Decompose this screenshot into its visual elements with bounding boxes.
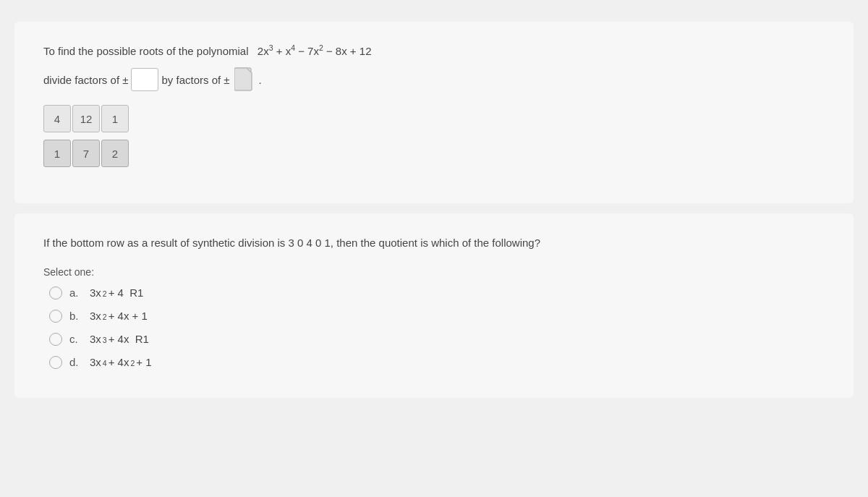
tile-7[interactable]: 7 — [72, 140, 100, 167]
radio-b[interactable] — [49, 310, 62, 323]
tile-1b[interactable]: 1 — [43, 140, 71, 167]
option-b-expr: 3x2 + 4x + 1 — [90, 310, 148, 322]
options-list: a. 3x2 + 4 R1 b. 3x2 + 4x + 1 c. 3x3 + 4… — [43, 286, 825, 369]
radio-a[interactable] — [49, 286, 62, 300]
bottom-card: If the bottom row as a result of synthet… — [14, 213, 854, 398]
option-d: d. 3x4 + 4x2 + 1 — [49, 356, 825, 369]
question-text: If the bottom row as a result of synthet… — [43, 235, 825, 252]
option-b-letter: b. — [69, 310, 82, 322]
divide-line: divide factors of ± by factors of ± . — [43, 67, 825, 92]
tile-4[interactable]: 4 — [43, 105, 71, 132]
radio-c[interactable] — [49, 333, 62, 346]
option-c: c. 3x3 + 4x R1 — [49, 333, 825, 346]
option-b: b. 3x2 + 4x + 1 — [49, 310, 825, 323]
option-c-expr: 3x3 + 4x R1 — [90, 333, 149, 345]
tile-12[interactable]: 12 — [72, 105, 100, 132]
divide-prefix: divide factors of ± — [43, 74, 128, 86]
poly-intro: To find the possible roots of the polyno… — [43, 45, 249, 57]
document-icon — [234, 67, 256, 92]
divide-by: by factors of ± — [161, 74, 229, 86]
option-a: a. 3x2 + 4 R1 — [49, 286, 825, 300]
page-wrapper: To find the possible roots of the polyno… — [0, 0, 868, 420]
polynomial-line: To find the possible roots of the polyno… — [43, 43, 825, 57]
option-d-letter: d. — [69, 356, 82, 368]
tile-2[interactable]: 2 — [101, 140, 129, 167]
top-card: To find the possible roots of the polyno… — [14, 22, 854, 203]
option-d-expr: 3x4 + 4x2 + 1 — [90, 356, 152, 368]
tile-1[interactable]: 1 — [101, 105, 129, 132]
option-a-letter: a. — [69, 286, 82, 299]
polynomial-expression: 2x3 + x4 − 7x2 − 8x + 12 — [252, 43, 372, 57]
option-c-letter: c. — [69, 333, 82, 345]
option-a-expr: 3x2 + 4 R1 — [90, 286, 143, 299]
tiles-row-1: 4 12 1 — [43, 105, 825, 132]
select-label: Select one: — [43, 266, 825, 278]
tiles-row-2: 1 7 2 — [43, 140, 825, 167]
constant-input-box[interactable] — [131, 68, 158, 91]
radio-d[interactable] — [49, 356, 62, 369]
period: . — [259, 74, 262, 86]
